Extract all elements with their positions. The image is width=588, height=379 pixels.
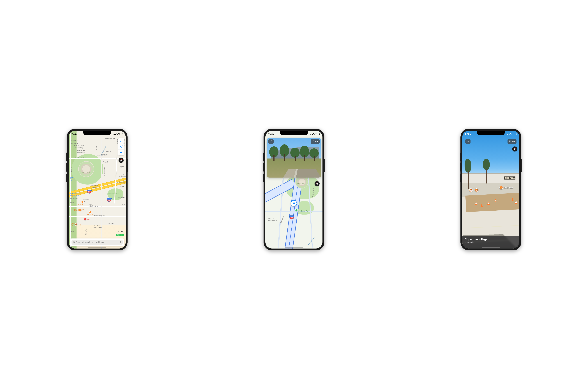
- label-apple-park: APPLE PARK: [81, 172, 90, 174]
- label-miller: Miller Ave: [85, 228, 87, 235]
- screen: 7:45 ➤ APPLE PARK Steve: [69, 131, 126, 249]
- label-nathan: Nathan: [70, 201, 75, 203]
- location-services-icon: ➤: [470, 133, 471, 135]
- label-somisomi: SomiSomi: [87, 214, 93, 215]
- notch: [477, 131, 505, 135]
- status-time: 7:46: [268, 133, 273, 135]
- poi-gyukaku-icon[interactable]: [75, 223, 77, 226]
- label-miramonte: Miramonte: [118, 197, 124, 198]
- label-hilton: Hilton Garden Inn: [70, 176, 75, 181]
- label-rancho: RANCHO RINCONADA: [268, 218, 277, 221]
- notch: [83, 131, 111, 135]
- label-vallco2: Vallco Parkway 2A: [89, 204, 96, 207]
- compass-button[interactable]: N: [315, 181, 320, 186]
- apple-park-ring: [78, 161, 94, 177]
- svg-rect-13: [294, 203, 294, 203]
- label-laherran: La Herran Dr: [117, 181, 125, 183]
- home-indicator[interactable]: [285, 247, 303, 248]
- label-nightingale: Nightingale: [71, 142, 78, 144]
- notch: [280, 131, 308, 135]
- poi-secondary-a[interactable]: [469, 188, 473, 192]
- done-button[interactable]: Done: [508, 139, 517, 144]
- poi-label: MOD Pizza: [504, 187, 513, 189]
- label-quail: Quail Ave: [95, 146, 97, 152]
- label-perimeter: Perimeter Rd: [83, 199, 89, 202]
- poi-target-icon[interactable]: [84, 218, 87, 221]
- lookaround-preview[interactable]: [267, 138, 321, 177]
- phone-maps-main: 7:45 ➤ APPLE PARK Steve: [67, 129, 127, 250]
- label-apple-park: Apple Park: [297, 182, 304, 184]
- food-icon: [475, 188, 478, 192]
- label-kintyre: Kintyre Way: [76, 147, 83, 149]
- label-stevens: Stevens Creek Blvd: [93, 215, 105, 216]
- label-bixby: Bixby Dr: [71, 231, 77, 232]
- search-bar[interactable]: [72, 240, 123, 245]
- home-indicator[interactable]: [482, 247, 500, 248]
- label-homestead: E Homestead Rd: [76, 157, 87, 158]
- lookaround-pin[interactable]: [291, 200, 297, 206]
- search-input[interactable]: [76, 241, 119, 243]
- label-wolfe: N Wolfe Rd: [70, 167, 72, 174]
- poi-somisomi-icon[interactable]: [89, 211, 92, 214]
- label-shearwater: Shearwat: [116, 139, 118, 145]
- label-norwich: Norwich Ave: [70, 198, 78, 199]
- locate-button[interactable]: [118, 144, 124, 150]
- weather-badge[interactable]: ☾ 57°: [118, 230, 124, 233]
- info-button[interactable]: [118, 138, 124, 144]
- label-lowell: Lowell D: [119, 186, 124, 188]
- collapse-button[interactable]: [465, 139, 470, 144]
- label-forge: Forge Dr: [103, 161, 108, 163]
- food-icon: [469, 188, 473, 192]
- dictation-icon[interactable]: [120, 241, 122, 244]
- map-canvas[interactable]: APPLE PARK Steve Jobs Theater Jenny Stra…: [69, 131, 126, 249]
- wifi-icon: [510, 133, 512, 135]
- compass-button[interactable]: N: [119, 158, 124, 163]
- lookaround-button[interactable]: [118, 150, 124, 155]
- label-steve-jobs: Steve Jobs Theater: [91, 185, 98, 188]
- svg-line-7: [74, 242, 75, 243]
- shield-i280-b: 280: [107, 198, 111, 202]
- svg-point-6: [73, 241, 74, 242]
- temperature: 57°: [121, 230, 124, 233]
- battery-icon: [316, 133, 320, 135]
- label-benihana: Benihana: [77, 204, 83, 205]
- search-icon: [73, 241, 75, 244]
- pizza-icon: [499, 186, 503, 190]
- lookaround-view[interactable]: MOD PIZZA MOD Pizza: [462, 131, 519, 249]
- label-homestead1: Homestead 1: [101, 154, 109, 155]
- label-n120: N120: [122, 204, 125, 205]
- location-services-icon: ➤: [76, 133, 77, 135]
- cellular-icon: [507, 133, 510, 135]
- expand-button[interactable]: [268, 139, 274, 144]
- location-subtitle: Sunnyvale: [465, 241, 517, 243]
- svg-rect-5: [121, 152, 122, 152]
- label-judy: Judy Ave: [108, 222, 114, 224]
- svg-rect-8: [120, 241, 121, 242]
- mod-pizza-sign: MOD PIZZA: [504, 176, 515, 179]
- lookaround-info-footer[interactable]: Cupertino Village Sunnyvale: [462, 236, 519, 249]
- poi-mod-pizza[interactable]: MOD Pizza: [499, 186, 513, 190]
- poi-benihana-icon[interactable]: [81, 201, 84, 203]
- home-indicator[interactable]: [88, 247, 106, 248]
- done-button[interactable]: Done: [310, 139, 320, 144]
- label-kensington: Kensington Ave: [105, 138, 115, 139]
- label-swallow: Swallow: [106, 151, 111, 152]
- cellular-icon: [310, 133, 313, 135]
- poi-kura-icon[interactable]: [79, 209, 81, 211]
- cellular-icon: [113, 133, 116, 135]
- label-hyatt: Hyatt House San Jose/Cupertino: [70, 193, 81, 196]
- label-lasondra: La Sondra: [119, 175, 125, 177]
- moon-icon: ☾: [118, 230, 120, 233]
- screen: 7:46 ➤ Apple Park Jenny Strand Park R: [265, 131, 323, 249]
- aqi-badge[interactable]: AQI 43: [116, 234, 124, 236]
- label-rancho: RANCHO RINCONADA: [93, 225, 103, 228]
- poi-park-icon[interactable]: [295, 209, 297, 211]
- label-jenny-strand: Jenny Strand Park: [107, 193, 119, 195]
- battery-icon: [513, 133, 516, 135]
- label-dunford: Dunford Way: [77, 152, 85, 153]
- compass-button[interactable]: N: [512, 146, 517, 152]
- screen: 2:13 ➤ MOD PIZZA: [462, 131, 519, 249]
- poi-secondary-b[interactable]: [475, 188, 478, 192]
- label-target: Target: [86, 218, 90, 220]
- svg-point-2: [121, 140, 121, 140]
